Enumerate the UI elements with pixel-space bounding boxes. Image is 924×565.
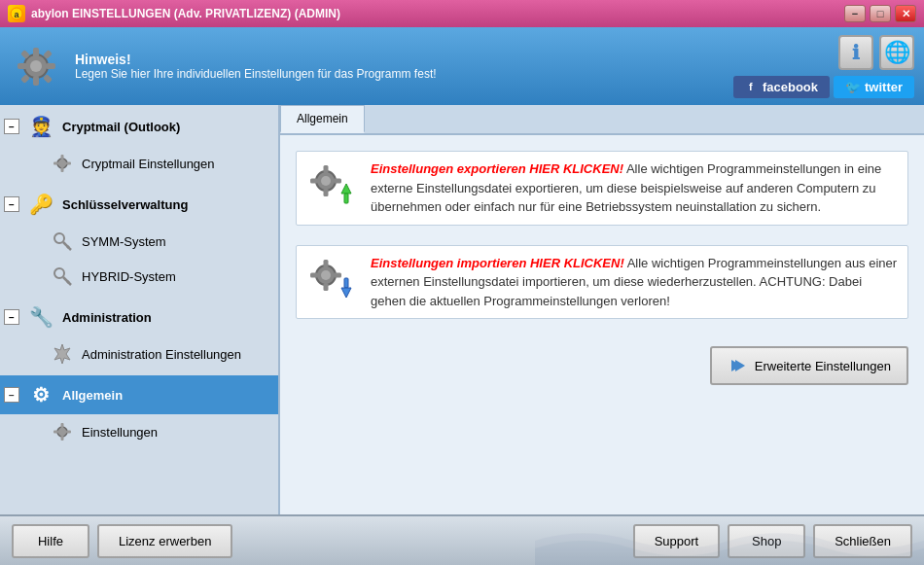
erweitert-label: Erweiterte Einstellungen [755, 359, 891, 373]
header-gear-icon [10, 40, 63, 93]
admin-settings-icon [51, 342, 74, 366]
svg-rect-45 [344, 278, 348, 288]
info-button[interactable]: ℹ [838, 35, 873, 70]
twitter-label: twitter [865, 80, 903, 94]
erweitert-button[interactable]: Erweiterte Einstellungen [710, 346, 908, 385]
einstellungen-label: Einstellungen [82, 425, 158, 440]
sidebar-item-schluessel[interactable]: − 🔑 Schlüsselverwaltung [0, 185, 278, 224]
sidebar-item-administration[interactable]: − 🔧 Administration [0, 298, 278, 336]
svg-rect-33 [324, 165, 329, 173]
svg-rect-7 [46, 63, 55, 69]
svg-text:🐦: 🐦 [845, 80, 861, 93]
svg-rect-30 [66, 431, 71, 434]
svg-rect-38 [344, 194, 348, 203]
key-symm-icon [51, 230, 74, 253]
schluessel-icon: 🔑 [27, 191, 54, 218]
schliessen-button[interactable]: Schließen [813, 524, 912, 558]
social-buttons: f facebook 🐦 twitter [733, 76, 914, 98]
content-tabs: Allgemein [280, 105, 924, 135]
header-right: ℹ 🌐 f facebook 🐦 twitter [733, 35, 914, 98]
import-action-row[interactable]: Einstellungen importieren HIER KLICKEN! … [296, 245, 908, 320]
svg-point-32 [321, 176, 331, 186]
svg-point-15 [57, 159, 67, 168]
content-area: Allgemein [280, 105, 924, 514]
toggle-schluessel[interactable]: − [4, 196, 19, 212]
sidebar: − 👮 Cryptmail (Outlook) Cryptmail Einste… [0, 105, 280, 514]
twitter-button[interactable]: 🐦 twitter [834, 76, 914, 98]
svg-rect-44 [334, 272, 341, 277]
chevron-right-icon [728, 356, 747, 375]
allgemein-label: Allgemein [62, 388, 123, 403]
header-buttons-top: ℹ 🌐 [838, 35, 914, 70]
svg-rect-6 [18, 63, 27, 69]
tab-allgemein[interactable]: Allgemein [280, 105, 365, 133]
erweitert-row: Erweiterte Einstellungen [296, 338, 908, 393]
export-action-row[interactable]: Einstellungen exportieren HIER KLICKEN! … [296, 151, 908, 226]
footer: Hilfe Lizenz erwerben Support Shop Schli… [0, 514, 924, 565]
administration-label: Administration [62, 310, 152, 325]
symm-label: SYMM-System [82, 234, 166, 249]
globe-button[interactable]: 🌐 [879, 35, 914, 70]
header: Hinweis! Legen Sie hier Ihre individuell… [0, 27, 924, 105]
sidebar-item-cryptmail[interactable]: − 👮 Cryptmail (Outlook) [0, 107, 278, 146]
title-controls: − □ ✕ [844, 5, 916, 22]
header-text: Hinweis! Legen Sie hier Ihre individuell… [75, 52, 733, 81]
cryptmail-label: Cryptmail (Outlook) [62, 120, 180, 134]
svg-line-25 [67, 281, 69, 283]
sidebar-item-einstellungen[interactable]: Einstellungen [0, 414, 278, 449]
title-bar-left: a abylon EINSTELLUNGEN (Adv. PRIVATLIZEN… [8, 5, 340, 22]
svg-marker-37 [341, 184, 351, 194]
svg-rect-34 [324, 189, 329, 196]
svg-line-21 [63, 242, 71, 250]
einstellungen-icon [51, 420, 74, 443]
hybrid-label: HYBRID-System [82, 269, 176, 284]
settings-small-icon [51, 152, 74, 175]
sidebar-item-allgemein[interactable]: − ⚙ Allgemein [0, 375, 278, 414]
key-hybrid-icon [51, 265, 74, 288]
maximize-button[interactable]: □ [870, 5, 891, 22]
hint-desc: Legen Sie hier Ihre individuellen Einste… [75, 67, 733, 81]
shop-button[interactable]: Shop [728, 524, 805, 558]
facebook-label: facebook [763, 80, 818, 94]
minimize-button[interactable]: − [844, 5, 866, 22]
svg-point-40 [321, 270, 331, 280]
lizenz-button[interactable]: Lizenz erwerben [97, 524, 232, 558]
allgemein-icon: ⚙ [27, 381, 54, 408]
app-icon: a [8, 5, 25, 22]
admin-einstellungen-label: Administration Einstellungen [82, 347, 241, 362]
import-text: Einstellungen importieren HIER KLICKEN! … [371, 254, 900, 311]
svg-point-3 [30, 60, 42, 72]
svg-rect-43 [310, 272, 318, 277]
svg-rect-42 [324, 283, 329, 291]
svg-rect-19 [66, 162, 71, 165]
toggle-admin[interactable]: − [4, 309, 19, 325]
sidebar-item-hybrid[interactable]: HYBRID-System [0, 259, 278, 294]
export-title: Einstellungen exportieren HIER KLICKEN! [371, 161, 623, 176]
close-button[interactable]: ✕ [895, 5, 916, 22]
export-icon [304, 159, 355, 210]
svg-line-22 [67, 246, 69, 248]
sidebar-section-schluessel: − 🔑 Schlüsselverwaltung SYMM-System H [0, 183, 278, 296]
toggle-allgemein[interactable]: − [4, 387, 19, 403]
facebook-button[interactable]: f facebook [733, 76, 830, 98]
export-text: Einstellungen exportieren HIER KLICKEN! … [371, 159, 900, 217]
svg-rect-36 [334, 179, 341, 184]
svg-rect-4 [33, 48, 39, 57]
sidebar-item-symm[interactable]: SYMM-System [0, 224, 278, 259]
import-icon [304, 254, 355, 304]
svg-marker-46 [341, 288, 351, 298]
svg-marker-48 [735, 360, 745, 371]
toggle-cryptmail[interactable]: − [4, 119, 19, 134]
sidebar-section-admin: − 🔧 Administration Administration Einste… [0, 296, 278, 373]
svg-point-26 [57, 427, 67, 437]
hint-title: Hinweis! [75, 52, 733, 67]
svg-rect-17 [61, 167, 64, 172]
svg-rect-5 [33, 76, 39, 86]
sidebar-item-admin-einstellungen[interactable]: Administration Einstellungen [0, 336, 278, 371]
cryptmail-icon: 👮 [27, 113, 54, 140]
support-button[interactable]: Support [633, 524, 721, 558]
content-body: Einstellungen exportieren HIER KLICKEN! … [280, 135, 924, 514]
svg-rect-16 [61, 155, 64, 159]
hilfe-button[interactable]: Hilfe [12, 524, 89, 558]
sidebar-item-cryptmail-einstellungen[interactable]: Cryptmail Einstellungen [0, 146, 278, 181]
